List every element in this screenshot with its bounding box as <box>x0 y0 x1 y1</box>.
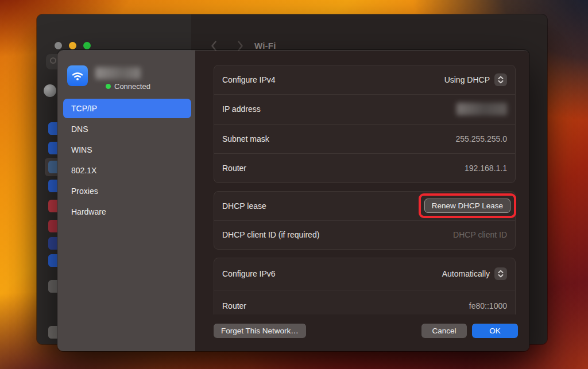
popup-stepper-icon <box>494 73 507 86</box>
router-row: Router 192.168.1.1 <box>214 153 515 182</box>
dhcp-lease-label: DHCP lease <box>222 201 266 211</box>
search-icon <box>50 57 56 64</box>
ipv4-settings-card: Configure IPv4 Using DHCP IP address <box>214 65 516 183</box>
wifi-details-dialog: Connected TCP/IP DNS WINS 802.1X Proxies… <box>57 50 529 351</box>
ip-address-row: IP address <box>214 94 515 123</box>
ipv6-router-label: Router <box>222 301 246 310</box>
subnet-mask-label: Subnet mask <box>222 134 269 143</box>
ipv6-settings-card: Configure IPv6 Automatically Router fe80… <box>214 258 516 322</box>
tab-proxies[interactable]: Proxies <box>63 181 191 201</box>
dialog-footer: Forget This Network… Cancel OK <box>195 314 529 351</box>
forget-network-button[interactable]: Forget This Network… <box>214 324 306 338</box>
tab-dns[interactable]: DNS <box>63 119 191 139</box>
ipv6-router-value: fe80::1000 <box>469 301 507 310</box>
dhcp-client-id-input[interactable] <box>392 230 507 239</box>
tab-tcpip[interactable]: TCP/IP <box>63 99 191 118</box>
tab-8021x[interactable]: 802.1X <box>63 161 191 180</box>
configure-ipv6-row: Configure IPv6 Automatically <box>214 258 515 290</box>
zoom-button[interactable] <box>83 42 91 49</box>
ip-address-label: IP address <box>222 104 261 114</box>
tab-hardware[interactable]: Hardware <box>63 202 191 222</box>
tab-wins[interactable]: WINS <box>63 140 191 160</box>
traffic-lights <box>55 42 91 49</box>
renew-dhcp-lease-button[interactable]: Renew DHCP Lease <box>424 199 510 213</box>
dhcp-client-id-row: DHCP client ID (if required) <box>214 220 515 250</box>
page-title: Wi-Fi <box>254 41 276 51</box>
dialog-sidebar: Connected TCP/IP DNS WINS 802.1X Proxies… <box>57 51 195 351</box>
dhcp-client-id-label: DHCP client ID (if required) <box>222 230 319 239</box>
popup-stepper-icon <box>494 267 507 280</box>
ok-button[interactable]: OK <box>472 324 518 338</box>
dialog-content: Configure IPv4 Using DHCP IP address <box>195 51 529 351</box>
apple-id-avatar <box>44 84 56 97</box>
configure-ipv4-row: Configure IPv4 Using DHCP <box>214 65 515 94</box>
connected-dot-icon <box>106 84 111 89</box>
wifi-icon <box>67 65 88 86</box>
network-name-redacted <box>95 67 141 79</box>
configure-ipv6-label: Configure IPv6 <box>222 269 276 278</box>
configure-ipv6-popup[interactable]: Automatically <box>442 267 507 280</box>
cancel-button[interactable]: Cancel <box>421 324 467 338</box>
highlight-annotation: Renew DHCP Lease <box>419 193 516 218</box>
status-label: Connected <box>114 82 150 91</box>
subnet-mask-value: 255.255.255.0 <box>455 134 507 143</box>
dialog-nav: TCP/IP DNS WINS 802.1X Proxies Hardware <box>63 99 191 223</box>
configure-ipv6-value: Automatically <box>442 269 490 278</box>
subnet-mask-row: Subnet mask 255.255.255.0 <box>214 124 515 153</box>
router-label: Router <box>222 164 246 173</box>
configure-ipv4-popup[interactable]: Using DHCP <box>444 73 507 86</box>
connection-status: Connected <box>106 82 150 91</box>
close-button[interactable] <box>55 42 62 49</box>
configure-ipv4-label: Configure IPv4 <box>222 75 276 84</box>
router-value: 192.168.1.1 <box>465 164 507 173</box>
configure-ipv4-value: Using DHCP <box>444 75 490 84</box>
ip-address-redacted <box>457 103 507 115</box>
minimize-button[interactable] <box>69 42 76 49</box>
dhcp-lease-row: DHCP lease Renew DHCP Lease <box>214 192 515 220</box>
dhcp-settings-card: DHCP lease Renew DHCP Lease DHCP client … <box>214 191 516 250</box>
